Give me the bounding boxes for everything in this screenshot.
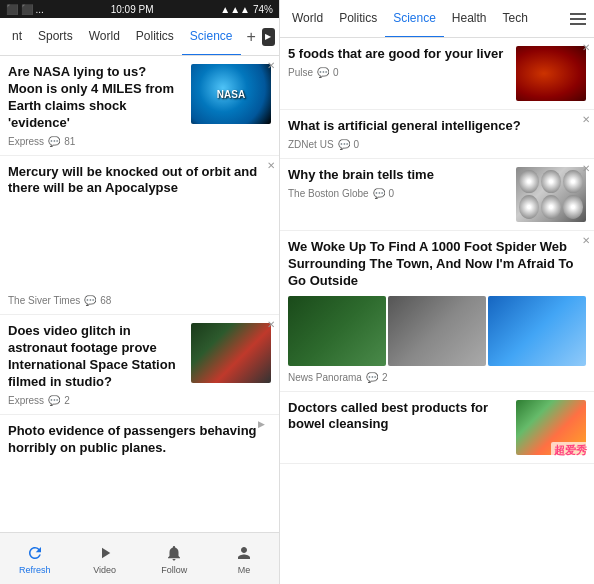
comment-icon-mercury: 💬 xyxy=(84,295,96,306)
news-item-mercury[interactable]: Mercury will be knocked out of orbit and… xyxy=(0,156,279,316)
right-tab-health[interactable]: Health xyxy=(444,0,495,38)
hamburger-menu[interactable] xyxy=(566,9,590,29)
comment-icon-liver: 💬 xyxy=(317,67,329,78)
tab-sports[interactable]: Sports xyxy=(30,18,81,56)
follow-button[interactable]: Follow xyxy=(140,533,210,584)
right-tab-politics[interactable]: Politics xyxy=(331,0,385,38)
tab-nt[interactable]: nt xyxy=(4,18,30,56)
right-news-item-bowel[interactable]: Doctors called best products for bowel c… xyxy=(280,392,594,464)
right-news-title-agi: What is artificial general intelligence? xyxy=(288,118,586,135)
comment-count-spider: 2 xyxy=(382,372,388,383)
source-boston-globe: The Boston Globe xyxy=(288,188,369,199)
clock-2 xyxy=(541,170,561,194)
clock-3 xyxy=(563,170,583,194)
refresh-label: Refresh xyxy=(19,565,51,575)
close-liver[interactable]: ✕ xyxy=(582,42,590,53)
spider-img-3 xyxy=(488,296,586,366)
refresh-icon xyxy=(25,543,45,563)
right-news-item-brain[interactable]: Why the brain tells time The Boston Glob… xyxy=(280,159,594,231)
right-news-meta-agi: ZDNet US 💬 0 xyxy=(288,139,586,150)
source-express: Express xyxy=(8,136,44,147)
comment-count-brain: 0 xyxy=(389,188,395,199)
right-news-title-liver: 5 foods that are good for your liver xyxy=(288,46,508,63)
me-button[interactable]: Me xyxy=(209,533,279,584)
right-news-title-brain: Why the brain tells time xyxy=(288,167,508,184)
right-tab-tech[interactable]: Tech xyxy=(495,0,536,38)
video-button[interactable]: Video xyxy=(70,533,140,584)
close-spider[interactable]: ✕ xyxy=(582,235,590,246)
news-meta-nasa: Express 💬 81 xyxy=(8,136,183,147)
news-item-nasa[interactable]: Are NASA lying to us? Moon is only 4 MIL… xyxy=(0,56,279,156)
right-news-list: 5 foods that are good for your liver Pul… xyxy=(280,38,594,584)
status-time: 10:09 PM xyxy=(111,4,154,15)
nasa-image: NASA xyxy=(191,64,271,124)
astronaut-image xyxy=(191,323,271,383)
news-title-astronaut: Does video glitch in astronaut footage p… xyxy=(8,323,183,391)
left-panel: ⬛ ⬛ ... 10:09 PM ▲▲▲ 74% nt Sports World… xyxy=(0,0,280,584)
hamburger-line-2 xyxy=(570,18,586,20)
tab-politics[interactable]: Politics xyxy=(128,18,182,56)
right-news-meta-spider: News Panorama 💬 2 xyxy=(288,372,586,383)
clock-1 xyxy=(519,170,539,194)
right-panel: World Politics Science Health Tech 5 foo… xyxy=(280,0,594,584)
right-news-meta-brain: The Boston Globe 💬 0 xyxy=(288,188,508,199)
battery-icon: 74% xyxy=(253,4,273,15)
right-news-item-liver[interactable]: 5 foods that are good for your liver Pul… xyxy=(280,38,594,110)
source-express-2: Express xyxy=(8,395,44,406)
bell-icon xyxy=(164,543,184,563)
close-mercury[interactable]: ✕ xyxy=(267,160,275,171)
comment-icon-agi: 💬 xyxy=(338,139,350,150)
right-news-item-spider[interactable]: We Woke Up To Find A 1000 Foot Spider We… xyxy=(280,231,594,392)
comment-count-astronaut: 2 xyxy=(64,395,70,406)
comment-count-mercury: 68 xyxy=(100,295,111,306)
add-tab-button[interactable]: + xyxy=(241,28,262,46)
liver-image xyxy=(516,46,586,101)
clock-4 xyxy=(519,195,539,219)
watermark: 超爱秀 xyxy=(551,442,590,459)
tab-world[interactable]: World xyxy=(81,18,128,56)
news-item-astronaut[interactable]: Does video glitch in astronaut footage p… xyxy=(0,315,279,415)
left-tab-bar: nt Sports World Politics Science + ▶ xyxy=(0,18,279,56)
clocks-image xyxy=(516,167,586,222)
comment-icon-astronaut: 💬 xyxy=(48,395,60,406)
news-title-planes: Photo evidence of passengers behaving ho… xyxy=(8,423,271,457)
status-icons-left: ⬛ ⬛ ... xyxy=(6,4,44,15)
news-item-planes[interactable]: Photo evidence of passengers behaving ho… xyxy=(0,415,279,532)
comment-icon-spider: 💬 xyxy=(366,372,378,383)
video-label: Video xyxy=(93,565,116,575)
close-nasa[interactable]: ✕ xyxy=(267,60,275,71)
right-tab-science[interactable]: Science xyxy=(385,0,444,38)
network-icon: ▲▲▲ xyxy=(220,4,250,15)
close-brain[interactable]: ✕ xyxy=(582,163,590,174)
clock-5 xyxy=(541,195,561,219)
news-title-nasa: Are NASA lying to us? Moon is only 4 MIL… xyxy=(8,64,183,132)
status-bar: ⬛ ⬛ ... 10:09 PM ▲▲▲ 74% xyxy=(0,0,279,18)
tab-science[interactable]: Science xyxy=(182,18,241,56)
comment-icon-brain: 💬 xyxy=(373,188,385,199)
spider-img-1 xyxy=(288,296,386,366)
refresh-button[interactable]: Refresh xyxy=(0,533,70,584)
right-news-item-agi[interactable]: What is artificial general intelligence?… xyxy=(280,110,594,159)
comment-count-agi: 0 xyxy=(354,139,360,150)
hamburger-line-3 xyxy=(570,23,586,25)
status-icons-right: ▲▲▲ 74% xyxy=(220,4,273,15)
clock-6 xyxy=(563,195,583,219)
close-astronaut[interactable]: ✕ xyxy=(267,319,275,330)
right-tab-world[interactable]: World xyxy=(284,0,331,38)
spider-images xyxy=(288,296,586,366)
source-pulse: Pulse xyxy=(288,67,313,78)
close-agi[interactable]: ✕ xyxy=(582,114,590,125)
comment-icon-nasa: 💬 xyxy=(48,136,60,147)
bottom-bar: Refresh Video Follow Me xyxy=(0,532,279,584)
me-label: Me xyxy=(238,565,251,575)
comment-count-liver: 0 xyxy=(333,67,339,78)
left-news-list: Are NASA lying to us? Moon is only 4 MIL… xyxy=(0,56,279,532)
comment-count-nasa: 81 xyxy=(64,136,75,147)
source-zdnet: ZDNet US xyxy=(288,139,334,150)
spider-img-2 xyxy=(388,296,486,366)
source-news-panorama: News Panorama xyxy=(288,372,362,383)
hamburger-line-1 xyxy=(570,13,586,15)
video-tab-icon[interactable]: ▶ xyxy=(262,28,275,46)
person-icon xyxy=(234,543,254,563)
right-news-title-spider: We Woke Up To Find A 1000 Foot Spider We… xyxy=(288,239,586,290)
